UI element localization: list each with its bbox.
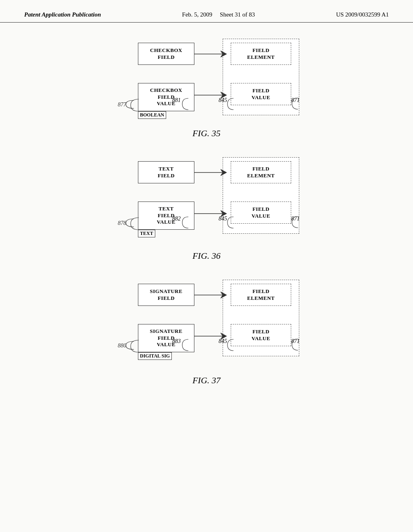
fig36-brace845b bbox=[225, 215, 238, 230]
fig35-label: FIG. 35 bbox=[192, 128, 221, 139]
svg-text:877: 877 bbox=[118, 102, 127, 108]
fig37-ref883: 883 bbox=[172, 338, 181, 345]
fig36-brace871b bbox=[290, 214, 302, 230]
fig35-field-value: FIELDVALUE bbox=[231, 83, 291, 105]
fig37-sig-field: SIGNATUREFIELD bbox=[138, 284, 194, 306]
figure-36-container: FIELDELEMENT FIELDVALUE TEXTFIELD TEXTFI… bbox=[32, 153, 381, 264]
fig36-arrow1 bbox=[194, 165, 235, 180]
svg-text:878: 878 bbox=[118, 220, 126, 226]
fig36-ref882: 882 bbox=[172, 216, 181, 222]
fig36-field-element: FIELDELEMENT bbox=[231, 161, 291, 183]
header-right: US 2009/0032599 A1 bbox=[336, 11, 389, 18]
fig35-brace845 bbox=[225, 96, 238, 112]
fig36-field-value: FIELDVALUE bbox=[231, 202, 291, 224]
header-sheet: Sheet 31 of 83 bbox=[220, 11, 255, 18]
fig37-brace871c bbox=[290, 337, 302, 352]
fig37-digital-sig-label: DIGITAL SIG bbox=[138, 352, 172, 360]
fig37-diagram: FIELDELEMENT FIELDVALUE SIGNATUREFIELD S… bbox=[94, 276, 319, 370]
fig35-field-element: FIELDELEMENT bbox=[231, 43, 291, 65]
page: Patent Application Publication Feb. 5, 2… bbox=[0, 0, 413, 532]
fig37-brace880 bbox=[127, 338, 143, 354]
header-center: Feb. 5, 2009 Sheet 31 of 83 bbox=[182, 11, 255, 18]
fig35-brace877 bbox=[127, 97, 143, 113]
fig35-brace881 bbox=[180, 96, 192, 112]
svg-text:880: 880 bbox=[118, 343, 126, 349]
fig37-brace883 bbox=[180, 337, 192, 353]
fig37-arrow1 bbox=[194, 288, 235, 302]
page-header: Patent Application Publication Feb. 5, 2… bbox=[0, 0, 413, 23]
fig35-ref881: 881 bbox=[172, 97, 181, 104]
fig36-label: FIG. 36 bbox=[192, 251, 221, 261]
fig36-brace878 bbox=[127, 216, 143, 232]
fig35-diagram: FIELDELEMENT FIELDVALUE CHECKBOXFIELD CH… bbox=[94, 35, 319, 123]
fig35-arrow1 bbox=[194, 47, 235, 61]
figure-35-container: FIELDELEMENT FIELDVALUE CHECKBOXFIELD CH… bbox=[32, 35, 381, 141]
fig36-text-field: TEXTFIELD bbox=[138, 161, 194, 183]
fig37-field-value: FIELDVALUE bbox=[231, 324, 291, 346]
header-date: Feb. 5, 2009 bbox=[182, 11, 212, 18]
fig37-field-element: FIELDELEMENT bbox=[231, 284, 291, 306]
main-content: FIELDELEMENT FIELDVALUE CHECKBOXFIELD CH… bbox=[0, 27, 413, 408]
header-left: Patent Application Publication bbox=[24, 11, 101, 18]
figure-37-container: FIELDELEMENT FIELDVALUE SIGNATUREFIELD S… bbox=[32, 276, 381, 388]
fig35-brace871 bbox=[290, 96, 302, 111]
fig36-diagram: FIELDELEMENT FIELDVALUE TEXTFIELD TEXTFI… bbox=[94, 153, 319, 246]
fig37-label: FIG. 37 bbox=[192, 375, 221, 386]
fig35-checkbox-field: CHECKBOXFIELD bbox=[138, 43, 194, 65]
fig36-brace882 bbox=[180, 215, 192, 230]
fig37-brace845c bbox=[225, 337, 238, 353]
